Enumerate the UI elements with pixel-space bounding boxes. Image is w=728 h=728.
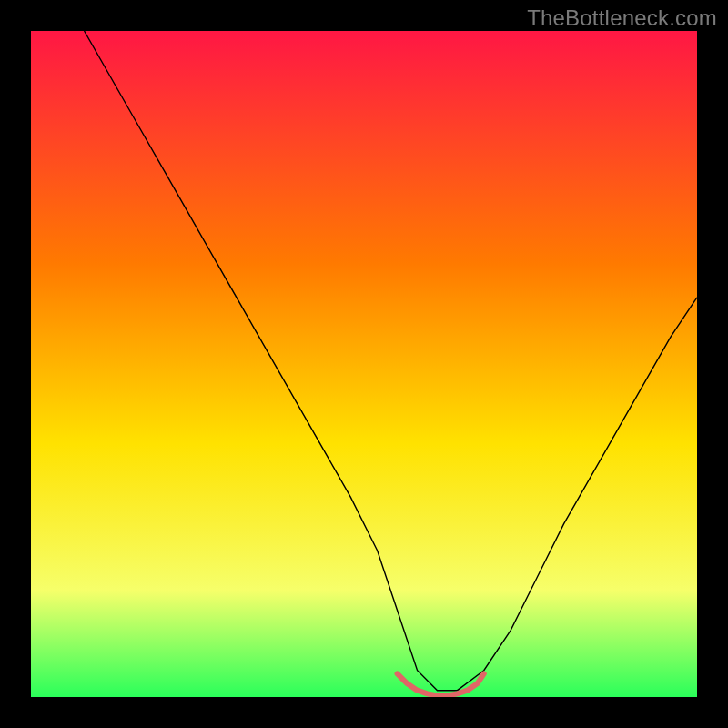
watermark-text: TheBottleneck.com [527,5,717,31]
gradient-background [31,31,697,697]
black-frame: TheBottleneck.com [0,0,728,728]
plot-area [31,31,697,697]
chart-svg [31,31,697,697]
